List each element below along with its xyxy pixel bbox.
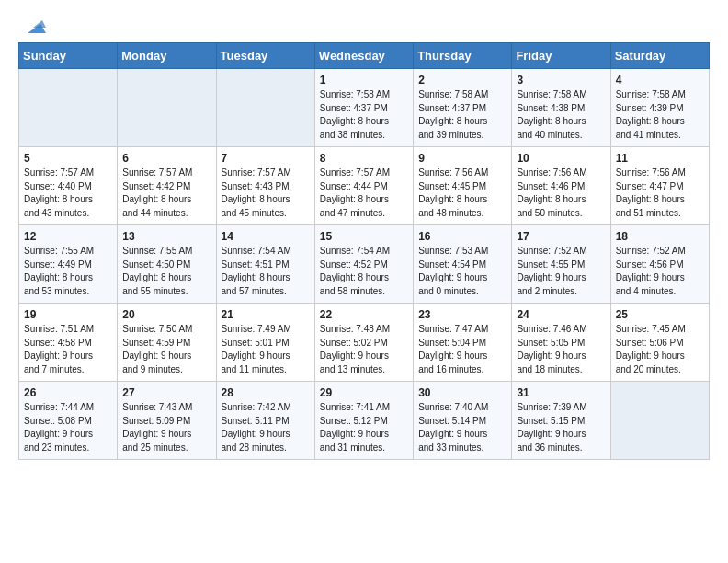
calendar-week-row: 19Sunrise: 7:51 AM Sunset: 4:58 PM Dayli… [19,304,710,382]
calendar-cell: 10Sunrise: 7:56 AM Sunset: 4:46 PM Dayli… [512,147,610,225]
day-info: Sunrise: 7:58 AM Sunset: 4:37 PM Dayligh… [418,88,506,142]
day-number: 15 [320,230,408,243]
calendar-cell [19,69,118,147]
svg-marker-1 [33,20,46,28]
calendar-cell: 25Sunrise: 7:45 AM Sunset: 5:06 PM Dayli… [610,304,709,382]
calendar-cell [610,382,709,460]
day-info: Sunrise: 7:44 AM Sunset: 5:08 PM Dayligh… [24,401,112,454]
day-info: Sunrise: 7:58 AM Sunset: 4:38 PM Dayligh… [517,88,605,142]
day-number: 16 [418,230,506,243]
day-info: Sunrise: 7:40 AM Sunset: 5:14 PM Dayligh… [418,401,506,454]
day-number: 31 [517,386,605,399]
day-info: Sunrise: 7:55 AM Sunset: 4:50 PM Dayligh… [122,245,210,298]
day-header-monday: Monday [118,43,216,69]
calendar-cell: 3Sunrise: 7:58 AM Sunset: 4:38 PM Daylig… [512,69,610,147]
calendar-cell: 2Sunrise: 7:58 AM Sunset: 4:37 PM Daylig… [414,69,512,147]
calendar-cell: 7Sunrise: 7:57 AM Sunset: 4:43 PM Daylig… [216,147,314,225]
day-number: 9 [418,152,506,165]
calendar-table: SundayMondayTuesdayWednesdayThursdayFrid… [18,42,710,460]
calendar-cell: 14Sunrise: 7:54 AM Sunset: 4:51 PM Dayli… [216,225,314,304]
day-number: 13 [122,230,210,243]
day-header-friday: Friday [512,43,610,69]
calendar-cell: 21Sunrise: 7:49 AM Sunset: 5:01 PM Dayli… [216,304,314,382]
day-info: Sunrise: 7:51 AM Sunset: 4:58 PM Dayligh… [24,323,112,376]
day-info: Sunrise: 7:49 AM Sunset: 5:01 PM Dayligh… [222,323,310,376]
day-info: Sunrise: 7:57 AM Sunset: 4:40 PM Dayligh… [24,167,112,220]
day-header-wednesday: Wednesday [314,43,413,69]
day-info: Sunrise: 7:57 AM Sunset: 4:43 PM Dayligh… [222,167,310,220]
day-number: 18 [616,230,704,243]
day-number: 4 [616,74,704,86]
page: SundayMondayTuesdayWednesdayThursdayFrid… [0,0,728,469]
day-info: Sunrise: 7:43 AM Sunset: 5:09 PM Dayligh… [122,401,210,454]
logo [18,15,46,35]
day-number: 21 [222,308,310,321]
calendar-cell [118,69,216,147]
day-info: Sunrise: 7:56 AM Sunset: 4:47 PM Dayligh… [616,167,704,220]
day-number: 28 [222,386,310,399]
day-info: Sunrise: 7:58 AM Sunset: 4:37 PM Dayligh… [320,88,408,142]
day-number: 25 [616,308,704,321]
day-number: 24 [517,308,605,321]
day-info: Sunrise: 7:47 AM Sunset: 5:04 PM Dayligh… [418,323,506,376]
day-info: Sunrise: 7:56 AM Sunset: 4:46 PM Dayligh… [517,167,605,220]
day-info: Sunrise: 7:50 AM Sunset: 4:59 PM Dayligh… [122,323,210,376]
calendar-week-row: 12Sunrise: 7:55 AM Sunset: 4:49 PM Dayli… [19,225,710,304]
calendar-cell: 6Sunrise: 7:57 AM Sunset: 4:42 PM Daylig… [118,147,216,225]
day-header-sunday: Sunday [19,43,118,69]
day-info: Sunrise: 7:52 AM Sunset: 4:56 PM Dayligh… [616,245,704,298]
day-info: Sunrise: 7:41 AM Sunset: 5:12 PM Dayligh… [320,401,408,454]
day-info: Sunrise: 7:42 AM Sunset: 5:11 PM Dayligh… [222,401,310,454]
day-number: 3 [517,74,605,86]
day-header-saturday: Saturday [610,43,709,69]
day-number: 26 [24,386,112,399]
day-number: 14 [222,230,310,243]
day-info: Sunrise: 7:46 AM Sunset: 5:05 PM Dayligh… [517,323,605,376]
day-info: Sunrise: 7:56 AM Sunset: 4:45 PM Dayligh… [418,167,506,220]
calendar-cell: 19Sunrise: 7:51 AM Sunset: 4:58 PM Dayli… [19,304,118,382]
day-number: 5 [24,152,112,165]
calendar-cell: 17Sunrise: 7:52 AM Sunset: 4:55 PM Dayli… [512,225,610,304]
calendar-cell: 11Sunrise: 7:56 AM Sunset: 4:47 PM Dayli… [610,147,709,225]
calendar-cell: 29Sunrise: 7:41 AM Sunset: 5:12 PM Dayli… [314,382,413,460]
day-number: 27 [122,386,210,399]
day-header-thursday: Thursday [414,43,512,69]
calendar-cell: 13Sunrise: 7:55 AM Sunset: 4:50 PM Dayli… [118,225,216,304]
calendar-week-row: 1Sunrise: 7:58 AM Sunset: 4:37 PM Daylig… [19,69,710,147]
day-number: 8 [320,152,408,165]
calendar-cell: 20Sunrise: 7:50 AM Sunset: 4:59 PM Dayli… [118,304,216,382]
calendar-cell: 8Sunrise: 7:57 AM Sunset: 4:44 PM Daylig… [314,147,413,225]
calendar-cell: 27Sunrise: 7:43 AM Sunset: 5:09 PM Dayli… [118,382,216,460]
calendar-cell: 28Sunrise: 7:42 AM Sunset: 5:11 PM Dayli… [216,382,314,460]
calendar-cell: 15Sunrise: 7:54 AM Sunset: 4:52 PM Dayli… [314,225,413,304]
calendar-cell: 31Sunrise: 7:39 AM Sunset: 5:15 PM Dayli… [512,382,610,460]
calendar-cell: 16Sunrise: 7:53 AM Sunset: 4:54 PM Dayli… [414,225,512,304]
calendar-cell: 5Sunrise: 7:57 AM Sunset: 4:40 PM Daylig… [19,147,118,225]
day-number: 19 [24,308,112,321]
calendar-header-row: SundayMondayTuesdayWednesdayThursdayFrid… [19,43,710,69]
day-number: 30 [418,386,506,399]
day-number: 23 [418,308,506,321]
day-number: 6 [122,152,210,165]
logo-icon [20,15,46,40]
day-number: 1 [320,74,408,86]
calendar-cell: 22Sunrise: 7:48 AM Sunset: 5:02 PM Dayli… [314,304,413,382]
calendar-cell: 1Sunrise: 7:58 AM Sunset: 4:37 PM Daylig… [314,69,413,147]
day-info: Sunrise: 7:57 AM Sunset: 4:44 PM Dayligh… [320,167,408,220]
calendar-week-row: 26Sunrise: 7:44 AM Sunset: 5:08 PM Dayli… [19,382,710,460]
day-number: 20 [122,308,210,321]
calendar-cell: 30Sunrise: 7:40 AM Sunset: 5:14 PM Dayli… [414,382,512,460]
day-info: Sunrise: 7:55 AM Sunset: 4:49 PM Dayligh… [24,245,112,298]
calendar-cell: 4Sunrise: 7:58 AM Sunset: 4:39 PM Daylig… [610,69,709,147]
day-number: 10 [517,152,605,165]
header [18,15,710,35]
day-number: 12 [24,230,112,243]
calendar-cell: 23Sunrise: 7:47 AM Sunset: 5:04 PM Dayli… [414,304,512,382]
day-number: 22 [320,308,408,321]
day-header-tuesday: Tuesday [216,43,314,69]
day-number: 29 [320,386,408,399]
day-info: Sunrise: 7:53 AM Sunset: 4:54 PM Dayligh… [418,245,506,298]
calendar-cell: 12Sunrise: 7:55 AM Sunset: 4:49 PM Dayli… [19,225,118,304]
day-number: 11 [616,152,704,165]
calendar-cell [216,69,314,147]
